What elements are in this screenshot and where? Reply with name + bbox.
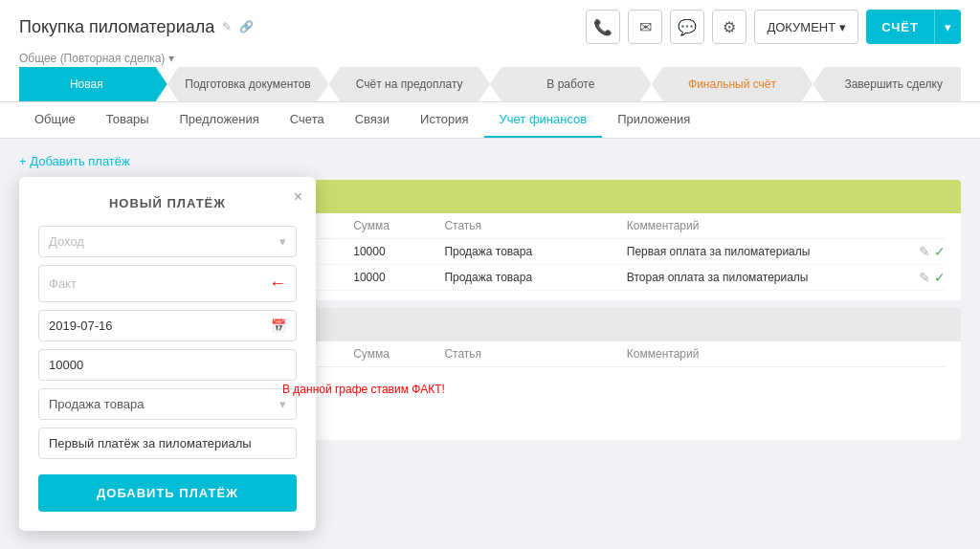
deal-subtitle[interactable]: Общее (Повторная сделка) ▾ xyxy=(19,52,961,65)
tab-links[interactable]: Связи xyxy=(340,102,405,138)
new-payment-modal: НОВЫЙ ПЛАТЁЖ × Доход ▾ Факт ← 2019-07-16… xyxy=(19,177,316,531)
tabs: Общие Товары Предложения Счета Связи Ист… xyxy=(0,102,980,139)
row2-article: Продажа товара xyxy=(444,271,626,284)
col-header-sum: Сумма xyxy=(353,219,444,232)
edit-icon[interactable]: ✎ xyxy=(222,20,232,33)
type-field[interactable]: Доход ▾ xyxy=(38,226,297,257)
comment-value: Первый платёж за пиломатериалы xyxy=(49,436,252,450)
date-field[interactable]: 2019-07-16 📅 xyxy=(38,310,297,341)
article-label: Продажа товара xyxy=(49,397,144,411)
comment-field[interactable]: Первый платёж за пиломатериалы xyxy=(38,428,297,459)
edit-row2-icon[interactable]: ✎ xyxy=(919,270,930,285)
tab-history[interactable]: История xyxy=(405,102,483,138)
step-new[interactable]: Новая xyxy=(19,67,167,101)
tab-finance[interactable]: Учет финансов xyxy=(484,102,603,138)
row1-sum: 10000 xyxy=(353,245,444,258)
tab-accounts[interactable]: Счета xyxy=(275,102,340,138)
schet-dropdown-button[interactable]: ▾ xyxy=(934,10,961,44)
progress-bar: Новая Подготовка документов Счёт на пред… xyxy=(19,67,961,101)
step-final[interactable]: Финальный счёт xyxy=(652,67,813,101)
schet-button[interactable]: СЧЁТ xyxy=(866,10,934,44)
row2-remark: Вторая оплата за пиломатериалы xyxy=(627,271,901,284)
header-actions: 📞 ✉ 💬 ⚙ ДОКУМЕНТ ▾ СЧЁТ ▾ xyxy=(586,10,961,44)
schet-button-group: СЧЁТ ▾ xyxy=(866,10,961,44)
edit-row1-icon[interactable]: ✎ xyxy=(919,244,930,259)
row2-sum: 10000 xyxy=(353,271,444,284)
settings-button[interactable]: ⚙ xyxy=(712,10,746,44)
row1-remark: Первая оплата за пиломатериалы xyxy=(627,245,901,258)
arrow-annotation: В данной графе ставим ФАКТ! xyxy=(282,383,445,396)
header-top: Покупка пиломатериала ✎ 🔗 📞 ✉ 💬 ⚙ ДОКУМЕ… xyxy=(19,10,961,52)
add-payment-button[interactable]: + Добавить платёж xyxy=(19,154,130,168)
step-prepay[interactable]: Счёт на предоплату xyxy=(328,67,490,101)
type-field-label: Доход xyxy=(49,234,84,249)
modal-close-button[interactable]: × xyxy=(294,188,302,206)
phone-button[interactable]: 📞 xyxy=(586,10,620,44)
page-title: Покупка пиломатериала xyxy=(19,17,214,37)
header: Покупка пиломатериала ✎ 🔗 📞 ✉ 💬 ⚙ ДОКУМЕ… xyxy=(0,0,980,102)
col-header-article: Статья xyxy=(444,219,626,232)
check-row2-icon[interactable]: ✓ xyxy=(934,270,946,285)
link-icon[interactable]: 🔗 xyxy=(239,20,254,33)
document-button[interactable]: ДОКУМЕНТ ▾ xyxy=(754,10,858,44)
main-content: + Добавить платёж ✎ ПЛАН | 20'000 руб. К… xyxy=(0,139,980,463)
date-value: 2019-07-16 xyxy=(49,318,113,333)
arrow-left-icon: ← xyxy=(269,274,286,294)
header-title-group: Покупка пиломатериала ✎ 🔗 xyxy=(19,17,254,37)
tab-apps[interactable]: Приложения xyxy=(602,102,705,138)
fact-field[interactable]: Факт ← xyxy=(38,265,297,302)
modal-title: НОВЫЙ ПЛАТЁЖ xyxy=(38,196,297,210)
type-dropdown-icon: ▾ xyxy=(279,234,286,249)
step-inwork[interactable]: В работе xyxy=(490,67,652,101)
fact-field-label: Факт xyxy=(49,276,77,291)
check-row1-icon[interactable]: ✓ xyxy=(934,244,946,259)
row1-article: Продажа товара xyxy=(444,245,626,258)
annotation-text: В данной графе ставим ФАКТ! xyxy=(282,383,445,396)
tab-goods[interactable]: Товары xyxy=(91,102,165,138)
email-button[interactable]: ✉ xyxy=(628,10,662,44)
submit-payment-button[interactable]: ДОБАВИТЬ ПЛАТЁЖ xyxy=(38,474,297,512)
col-header-remark: Комментарий xyxy=(627,219,901,232)
article-field[interactable]: Продажа товара ▾ xyxy=(38,388,297,420)
tab-offers[interactable]: Предложения xyxy=(164,102,274,138)
step-documents[interactable]: Подготовка документов xyxy=(167,67,329,101)
calendar-icon: 📅 xyxy=(271,318,286,333)
amount-field[interactable]: 10000 xyxy=(38,349,297,381)
article-dropdown-icon: ▾ xyxy=(279,397,286,411)
amount-value: 10000 xyxy=(49,358,83,372)
chat-button[interactable]: 💬 xyxy=(670,10,704,44)
step-complete[interactable]: Завершить сделку xyxy=(813,67,961,101)
tab-general[interactable]: Общие xyxy=(19,102,91,138)
